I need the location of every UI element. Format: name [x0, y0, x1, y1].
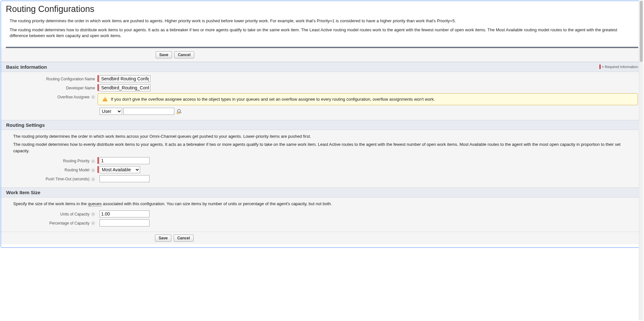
section-header-routing: Routing Settings — [1, 120, 643, 130]
lookup-icon[interactable] — [176, 108, 183, 115]
section-title-work: Work Item Size — [6, 190, 40, 195]
label-overflow-assignee: Overflow Assignee — [57, 95, 89, 99]
section-body-basic: Routing Configuration Name Developer Nam… — [1, 72, 643, 120]
scroll-thumb[interactable] — [640, 1, 643, 62]
page-title: Routing Configurations — [1, 1, 643, 18]
top-toolbar: Save Cancel — [1, 48, 643, 62]
label-routing-config-name: Routing Configuration Name — [6, 75, 98, 81]
label-push-timeout: Push Time-Out (seconds) — [46, 177, 90, 181]
section-header-work: Work Item Size — [1, 187, 643, 197]
overflow-warning-text: If you don't give the overflow assignee … — [111, 97, 435, 102]
bottom-toolbar: Save Cancel — [1, 232, 643, 244]
cancel-button[interactable]: Cancel — [174, 51, 194, 58]
queues-link[interactable]: queues — [88, 201, 102, 206]
intro-p1: The routing priority determines the orde… — [10, 18, 634, 24]
section-title-routing: Routing Settings — [6, 122, 45, 128]
required-bar-icon — [600, 65, 601, 69]
warning-icon — [102, 97, 108, 101]
scrollbar[interactable] — [639, 1, 643, 248]
input-units-capacity[interactable] — [100, 210, 149, 217]
label-developer-name: Developer Name — [6, 84, 98, 90]
label-routing-priority: Routing Priority — [63, 159, 90, 163]
help-icon[interactable]: i — [91, 221, 95, 225]
help-icon[interactable]: i — [91, 95, 95, 99]
required-mark — [98, 166, 99, 173]
overflow-lookup-input[interactable] — [123, 108, 174, 115]
overflow-type-select[interactable]: User — [100, 108, 122, 115]
help-icon[interactable]: i — [91, 212, 95, 216]
section-body-work: Specify the size of the work items in th… — [1, 197, 643, 232]
label-units-capacity: Units of Capacity — [60, 212, 90, 216]
input-routing-config-name[interactable] — [100, 75, 150, 82]
input-push-timeout[interactable] — [100, 175, 149, 182]
label-routing-model: Routing Model — [64, 168, 89, 172]
intro-text: The routing priority determines the orde… — [1, 18, 643, 47]
cancel-button-bottom[interactable]: Cancel — [174, 235, 193, 242]
work-desc: Specify the size of the work items in th… — [13, 201, 631, 207]
required-mark — [98, 84, 99, 91]
routing-desc-p1: The routing priority determines the orde… — [13, 133, 631, 140]
save-button-bottom[interactable]: Save — [155, 235, 171, 242]
help-icon[interactable]: i — [91, 177, 95, 181]
intro-p2: The routing model determines how to dist… — [10, 27, 634, 39]
required-note-text: = Required Information — [602, 65, 638, 69]
select-routing-model[interactable]: Most Available — [100, 166, 140, 173]
input-developer-name[interactable] — [100, 84, 150, 91]
routing-desc-p2: The routing model determines how to even… — [13, 141, 631, 154]
required-mark — [98, 157, 99, 164]
help-icon[interactable]: i — [91, 168, 95, 172]
label-pct-capacity: Percentage of Capacity — [49, 221, 90, 226]
section-title-basic: Basic Information — [6, 64, 47, 70]
input-pct-capacity[interactable] — [100, 219, 149, 226]
save-button[interactable]: Save — [156, 51, 172, 58]
section-header-basic: Basic Information = Required Information — [1, 62, 643, 72]
required-note: = Required Information — [600, 65, 638, 69]
help-icon[interactable]: i — [91, 159, 95, 163]
required-mark — [98, 75, 99, 82]
svg-line-1 — [180, 112, 182, 113]
overflow-warning-box: If you don't give the overflow assignee … — [98, 93, 638, 105]
input-routing-priority[interactable] — [100, 157, 149, 164]
section-body-routing: The routing priority determines the orde… — [1, 130, 643, 188]
